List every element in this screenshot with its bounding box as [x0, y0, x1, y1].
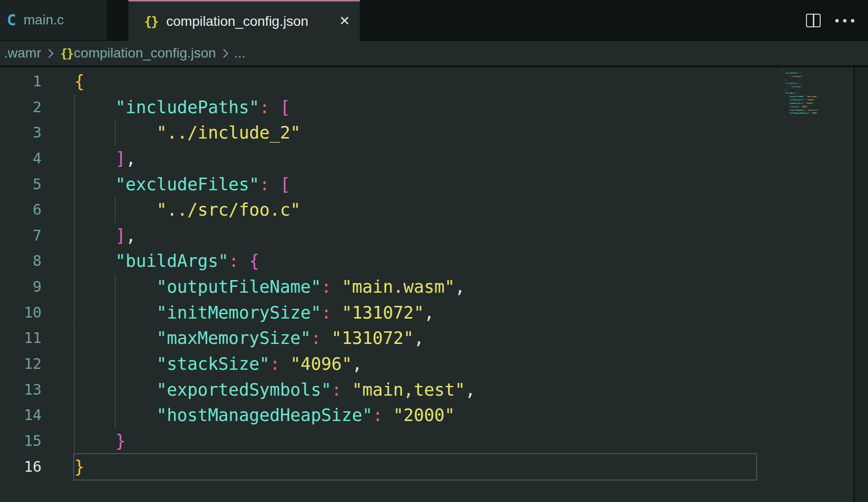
token-b1: { — [781, 69, 782, 71]
minimap-line: "../include_2" — [781, 75, 819, 79]
token-str: "131072" — [342, 303, 424, 322]
code-line[interactable]: "excludeFiles": [ — [74, 172, 475, 198]
token-ws — [74, 405, 157, 425]
token-b2: } — [115, 431, 125, 451]
token-ws — [74, 123, 157, 142]
token-colon: : — [372, 405, 383, 425]
token-comma: , — [352, 354, 362, 374]
token-key: "includePaths" — [785, 72, 799, 74]
code-area[interactable]: { "includePaths": [ "../include_2" ], "e… — [74, 69, 475, 480]
line-number: 16 — [0, 454, 41, 480]
token-ws — [74, 226, 115, 245]
token-colon: : — [321, 303, 331, 322]
breadcrumb-file[interactable]: compilation_config.json — [74, 45, 216, 61]
code-line[interactable]: ], — [74, 146, 475, 172]
token-ws — [781, 102, 789, 104]
code-line[interactable]: "stackSize": "4096", — [74, 351, 475, 377]
token-key: "hostManagedHeapSize" — [157, 405, 373, 425]
token-comma: , — [424, 303, 434, 322]
token-b2: [ — [280, 98, 290, 117]
token-key: "excludeFiles" — [785, 82, 799, 84]
line-number: 13 — [0, 377, 41, 403]
token-ws — [321, 328, 331, 348]
more-actions-icon[interactable] — [835, 19, 854, 22]
token-ws — [781, 99, 789, 101]
token-ws — [74, 380, 157, 400]
close-tab-icon[interactable]: ✕ — [339, 15, 350, 28]
token-key: "hostManagedHeapSize" — [789, 112, 809, 114]
token-str: "4096" — [802, 106, 807, 108]
token-key: "exportedSymbols" — [157, 380, 331, 400]
code-line[interactable]: "buildArgs": { — [74, 248, 475, 274]
token-ws — [269, 98, 280, 117]
code-line[interactable]: "../src/foo.c" — [74, 197, 475, 223]
code-line[interactable]: "maxMemorySize": "131072", — [74, 325, 475, 351]
code-line[interactable]: "../include_2" — [74, 120, 475, 146]
token-b1: } — [781, 119, 782, 121]
token-comma: , — [455, 277, 465, 297]
minimap-line: ], — [781, 88, 819, 92]
code-line[interactable]: "initMemorySize": "131072", — [74, 300, 475, 326]
code-line[interactable]: ], — [74, 223, 475, 249]
line-number: 1 — [0, 69, 41, 95]
split-editor-icon[interactable] — [806, 14, 821, 27]
code-line[interactable]: "outputFileName": "main.wasm", — [74, 274, 475, 300]
minimap-line: "stackSize": "4096", — [781, 105, 819, 108]
token-str: "131072" — [806, 102, 813, 104]
scrollbar[interactable] — [855, 67, 868, 502]
token-comma: , — [807, 106, 808, 108]
token-comma: , — [814, 99, 815, 101]
code-line[interactable]: "exportedSymbols": "main,test", — [74, 377, 475, 403]
tab-compilation-config-json[interactable]: {} compilation_config.json ✕ — [128, 0, 360, 41]
breadcrumb-more[interactable]: ... — [234, 45, 245, 61]
token-comma: , — [786, 79, 787, 81]
token-ws — [781, 79, 785, 81]
chevron-right-icon — [220, 49, 228, 58]
token-ws — [331, 303, 342, 322]
tab-bar-gap — [107, 0, 128, 41]
token-str: "main.wasm" — [806, 96, 817, 98]
tab-main-c[interactable]: C main.c — [0, 0, 107, 41]
code-line[interactable]: } — [74, 454, 475, 480]
token-ws — [74, 328, 157, 348]
line-number: 14 — [0, 402, 41, 428]
token-key: "stackSize" — [789, 106, 800, 108]
token-ws — [74, 354, 157, 374]
token-ws — [781, 72, 785, 74]
code-line[interactable]: "hostManagedHeapSize": "2000" — [74, 402, 475, 428]
token-key: "buildArgs" — [115, 251, 228, 271]
token-ws — [74, 303, 157, 322]
token-key: "initMemorySize" — [157, 303, 321, 322]
line-number: 11 — [0, 325, 41, 351]
token-str: "2000" — [811, 112, 817, 114]
token-ws — [781, 89, 785, 91]
token-ws — [74, 98, 115, 117]
token-colon: : — [259, 98, 269, 117]
token-key: "outputFileName" — [157, 277, 321, 297]
token-key: "initMemorySize" — [789, 99, 805, 101]
token-key: "maxMemorySize" — [157, 328, 311, 348]
code-line[interactable]: { — [74, 69, 475, 95]
token-str: "../include_2" — [789, 76, 803, 78]
token-ws — [781, 106, 789, 108]
line-number: 5 — [0, 172, 41, 198]
token-comma: , — [413, 328, 424, 348]
minimap-line: { — [781, 68, 819, 72]
token-ws — [781, 109, 789, 111]
token-str: "../src/foo.c" — [789, 86, 803, 88]
tab-label: main.c — [23, 12, 63, 28]
code-line[interactable]: "includePaths": [ — [74, 95, 475, 120]
code-line[interactable]: } — [74, 428, 475, 454]
gutter-line-numbers: 12345678910111213141516 — [0, 69, 41, 480]
chevron-right-icon — [45, 49, 54, 58]
token-ws — [280, 354, 290, 374]
breadcrumb-folder[interactable]: .wamr — [4, 45, 41, 61]
token-b2: [ — [280, 175, 290, 194]
token-str: "../src/foo.c" — [157, 200, 301, 220]
token-comma: , — [818, 109, 819, 111]
editor-pane[interactable]: 12345678910111213141516 { "includePaths"… — [0, 67, 868, 502]
token-ws — [781, 116, 785, 118]
token-ws — [74, 277, 157, 297]
tab-bar-actions — [806, 0, 868, 41]
minimap[interactable]: { "includePaths": [ "../include_2" ], "e… — [781, 68, 819, 121]
